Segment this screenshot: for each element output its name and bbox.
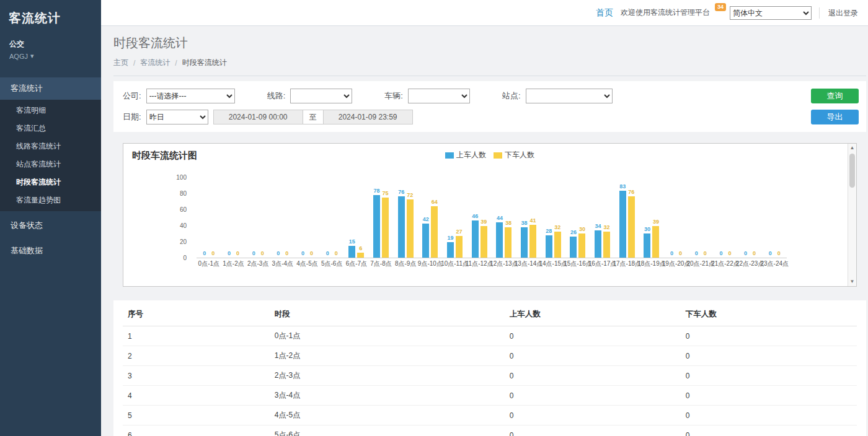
vehicle-select[interactable] <box>408 89 470 103</box>
bar-column: 34 <box>595 224 601 258</box>
chart-title: 时段车流统计图 <box>132 150 197 162</box>
table-row: 65点-6点00 <box>123 425 857 436</box>
logout-link[interactable]: 退出登录 <box>819 7 858 19</box>
bar <box>431 206 438 258</box>
bar <box>373 195 380 258</box>
bar-value-label: 0 <box>261 251 264 256</box>
station-select[interactable] <box>526 89 613 103</box>
bar-value-label: 83 <box>619 184 626 190</box>
breadcrumb-item[interactable]: 时段客流统计 <box>182 58 227 68</box>
main-area: 首页 欢迎使用客流统计管理平台 34 简体中文 退出登录 时段客流统计 主页/客… <box>101 0 868 436</box>
bar-column: 41 <box>529 218 536 258</box>
date-preset-select[interactable]: 昨日 <box>146 110 208 124</box>
bar-column: 76 <box>398 190 405 258</box>
sidebar-item[interactable]: 客流汇总 <box>0 120 101 137</box>
bar-value-label: 0 <box>335 251 338 256</box>
query-button[interactable]: 查询 <box>811 89 859 103</box>
home-link[interactable]: 首页 <box>596 7 613 19</box>
breadcrumb-item[interactable]: 客流统计 <box>140 58 170 68</box>
org-code-dropdown[interactable]: AQGJ ▾ <box>0 50 101 60</box>
breadcrumb-item[interactable]: 主页 <box>113 58 128 68</box>
bar-group: 0021点-22点 <box>713 177 738 258</box>
scroll-up-icon[interactable]: ▲ <box>848 144 856 152</box>
app-root: 客流统计 公交 AQGJ ▾ 客流统计客流明细客流汇总线路客流统计站点客流统计时… <box>0 0 868 436</box>
bar-column: 0 <box>283 251 290 258</box>
legend-swatch <box>494 152 502 159</box>
bar-value-label: 30 <box>644 227 650 232</box>
route-select[interactable] <box>290 89 352 103</box>
table-cell: 0 <box>681 386 857 406</box>
scroll-down-icon[interactable]: ▼ <box>848 277 856 286</box>
station-filter: 站点: <box>502 89 613 103</box>
bar-column: 27 <box>456 229 463 258</box>
bar-column: 30 <box>644 227 650 258</box>
bar-group: 192710点-11点 <box>443 177 467 258</box>
sidebar-item[interactable]: 线路客流统计 <box>0 137 101 155</box>
chevron-down-icon: ▾ <box>30 52 34 60</box>
org-name: 公交 <box>0 28 101 50</box>
sidebar-item[interactable]: 站点客流统计 <box>0 155 101 173</box>
bar-value-label: 41 <box>530 218 536 224</box>
bar <box>652 226 659 258</box>
x-axis-category-label: 8点-9点 <box>395 259 416 268</box>
bar-value-label: 39 <box>480 219 487 225</box>
y-axis-tick-label: 60 <box>162 206 187 213</box>
bar <box>619 191 626 258</box>
notification-badge[interactable]: 34 <box>715 3 726 11</box>
x-axis-category-label: 10点-11点 <box>441 259 469 268</box>
export-button[interactable]: 导出 <box>811 110 859 124</box>
y-axis-tick-label: 80 <box>162 190 187 197</box>
table-header-cell: 序号 <box>123 303 270 326</box>
bar <box>382 198 389 258</box>
bar-group: 0023点-24点 <box>762 177 787 258</box>
chart-plot-area: 020406080100 000点-1点001点-2点002点-3点003点-4… <box>197 178 787 280</box>
scrollbar-thumb[interactable] <box>849 154 855 188</box>
legend-item[interactable]: 上车人数 <box>445 150 486 160</box>
chart-scrollbar[interactable]: ▲ ▼ <box>848 144 856 286</box>
table-cell: 3点-4点 <box>270 386 505 406</box>
bar <box>554 232 561 258</box>
bar-value-label: 34 <box>595 224 601 229</box>
bar-value-label: 0 <box>753 251 756 256</box>
company-filter: 公司: ---请选择--- <box>123 89 235 103</box>
bar <box>357 253 364 258</box>
sidebar-section[interactable]: 客流统计 <box>0 77 101 100</box>
bar-column: 0 <box>751 251 758 258</box>
bar-group: 443812点-13点 <box>492 177 516 258</box>
legend-item[interactable]: 下车人数 <box>494 150 534 160</box>
table-row: 21点-2点00 <box>123 346 857 366</box>
sidebar-item[interactable]: 客流量趋势图 <box>0 191 101 209</box>
filter-row-2: 日期: 昨日 2024-01-09 00:00 至 2024-01-09 23:… <box>123 110 857 124</box>
company-select[interactable]: ---请选择--- <box>146 89 235 103</box>
x-axis-category-label: 5点-6点 <box>321 259 342 268</box>
date-start-input[interactable]: 2024-01-09 00:00 <box>213 110 303 124</box>
sidebar: 客流统计 公交 AQGJ ▾ 客流统计客流明细客流汇总线路客流统计站点客流统计时… <box>0 0 101 436</box>
bar-group: 0022点-23点 <box>738 177 763 258</box>
bar <box>398 196 405 258</box>
bar-column: 0 <box>717 251 724 258</box>
bar-group: 303918点-19点 <box>639 177 664 258</box>
bar-column: 0 <box>250 251 257 258</box>
date-end-input[interactable]: 2024-01-09 23:59 <box>323 110 413 124</box>
bar-value-label: 0 <box>228 251 231 256</box>
table-cell: 0点-1点 <box>270 326 505 346</box>
bar-value-label: 0 <box>777 251 781 256</box>
sidebar-section[interactable]: 设备状态 <box>0 214 101 237</box>
bar-column: 0 <box>234 251 241 258</box>
x-axis-category-label: 0点-1点 <box>198 259 219 268</box>
bar-group: 384113点-14点 <box>516 177 541 258</box>
bar-column: 0 <box>333 251 340 258</box>
bar <box>505 227 512 258</box>
sidebar-item[interactable]: 时段客流统计 <box>0 173 101 191</box>
x-axis-category-label: 4点-5点 <box>296 259 317 268</box>
sidebar-section[interactable]: 基础数据 <box>0 240 101 262</box>
bar-column: 64 <box>431 199 438 258</box>
table-cell: 0 <box>505 326 681 346</box>
bar-value-label: 0 <box>211 251 215 256</box>
table-cell: 0 <box>505 346 681 366</box>
table-cell: 3 <box>123 366 270 386</box>
language-select[interactable]: 简体中文 <box>730 6 812 20</box>
date-range-group: 2024-01-09 00:00 至 2024-01-09 23:59 <box>213 110 413 124</box>
sidebar-item[interactable]: 客流明细 <box>0 102 101 120</box>
bar-value-label: 32 <box>554 225 560 230</box>
